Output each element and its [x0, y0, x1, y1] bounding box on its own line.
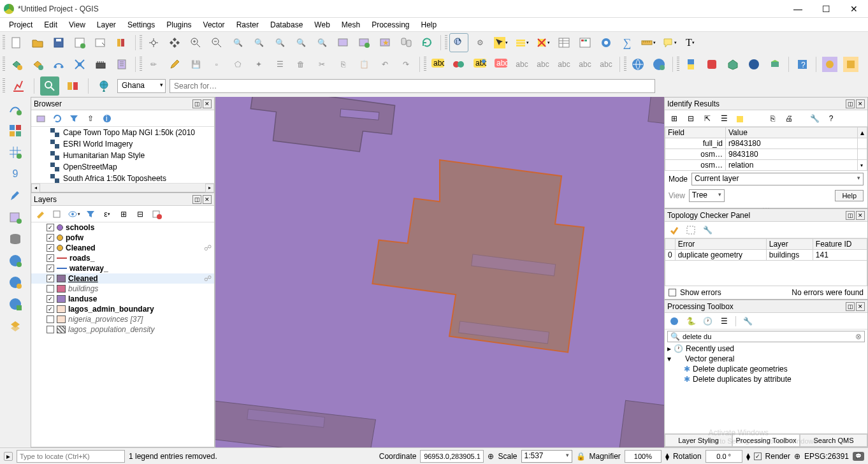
lock-icon[interactable]: 🔒 [576, 452, 586, 461]
toolbar-grip[interactable] [3, 35, 5, 50]
maximize-button[interactable]: ☐ [812, 0, 840, 18]
text-annotation-button[interactable]: T▾ [681, 33, 700, 52]
add-postgis-icon[interactable] [6, 229, 25, 249]
locator-input[interactable] [17, 450, 125, 463]
browser-tree[interactable]: Cape Town Topo Map NGI 1:50k (2010 ESRI … [31, 127, 214, 183]
save-project-button[interactable] [49, 33, 68, 52]
map-canvas[interactable] [215, 97, 664, 447]
plugin-chart-icon[interactable] [9, 76, 28, 96]
close-panel-button[interactable]: ✕ [856, 99, 865, 108]
open-attribute-table-button[interactable] [554, 33, 574, 52]
minimize-button[interactable]: — [784, 0, 812, 18]
plugin-c-button[interactable] [744, 55, 763, 74]
copy-feature-icon[interactable]: ⎘ [765, 112, 779, 126]
measure-line-button[interactable]: ▾ [639, 33, 658, 52]
layer-visibility-checkbox[interactable]: ✓ [47, 224, 54, 231]
toolbox-button[interactable] [597, 33, 616, 52]
remove-layer-icon[interactable] [150, 207, 164, 221]
zoom-in-button[interactable] [186, 33, 205, 52]
collapse-icon[interactable]: ▾ [667, 354, 671, 363]
show-errors-checkbox[interactable] [669, 289, 676, 296]
identify-settings-icon[interactable]: 🔧 [807, 112, 821, 126]
magnifier-input[interactable] [625, 450, 662, 463]
validate-all-icon[interactable] [667, 223, 681, 237]
show-bookmarks-button[interactable]: ★ [375, 33, 394, 52]
scale-dropdown[interactable]: 1:537 [521, 450, 572, 463]
layer-item[interactable]: ✓lagos_admin_boundary [31, 304, 214, 314]
plugin-f-button[interactable] [841, 55, 860, 74]
menu-edit[interactable]: Edit [40, 19, 61, 31]
new-bookmark-button[interactable] [354, 33, 373, 52]
layers-tree[interactable]: ✓schools ✓pofw✓Cleaned☍ ✓roads_ ✓waterwa… [31, 222, 214, 447]
vector-layer-button[interactable] [7, 55, 26, 74]
layer-visibility-checkbox[interactable]: ✓ [47, 305, 54, 313]
layer-item[interactable]: ✓Cleaned☍ [31, 243, 214, 253]
layer-visibility-checkbox[interactable]: ✓ [47, 254, 54, 262]
layer-visibility-checkbox[interactable]: ✓ [47, 295, 54, 303]
add-group-icon[interactable] [50, 207, 64, 221]
data-source-manager-icon[interactable] [6, 316, 25, 335]
menu-settings[interactable]: Settings [124, 19, 159, 31]
temporal-controller-button[interactable] [396, 33, 416, 52]
add-wms-icon[interactable] [6, 251, 25, 270]
collapse-all-icon[interactable]: ⊟ [133, 207, 147, 221]
render-checkbox[interactable]: ✓ [754, 453, 762, 460]
geocoder-search-input[interactable] [170, 79, 655, 93]
identify-results-table[interactable]: FieldValue▴ full_idr9843180 osm…9843180 … [665, 127, 867, 171]
crs-label[interactable]: EPSG:26391 [804, 452, 849, 461]
expand-tree-icon[interactable]: ⊞ [667, 112, 681, 126]
zoom-out-button[interactable] [207, 33, 226, 52]
close-button[interactable]: ✕ [840, 0, 868, 18]
layer-visibility-checkbox[interactable] [47, 285, 54, 293]
new-geopackage-button[interactable] [70, 55, 89, 74]
python-console-button[interactable] [681, 55, 700, 74]
help-button[interactable]: Help [835, 190, 864, 201]
processing-tree[interactable]: ▸🕐Recently used ▾Vector general ✱Delete … [665, 344, 867, 433]
add-wcs-icon[interactable] [6, 273, 25, 292]
zoom-to-layer-button[interactable]: 🔍 [270, 33, 289, 52]
select-by-value-button[interactable]: ▾ [512, 33, 532, 52]
processing-search-input[interactable]: 🔍 ⊗ [667, 331, 865, 342]
configure-icon[interactable]: 🔧 [700, 223, 714, 237]
properties-icon[interactable]: i [100, 112, 114, 126]
dock-button[interactable]: ◫ [192, 195, 201, 204]
edit-in-place-icon[interactable]: 🔧 [741, 314, 755, 328]
add-vector-layer-icon[interactable] [6, 99, 25, 119]
layer-visibility-checkbox[interactable]: ✓ [47, 275, 54, 282]
mode-dropdown[interactable]: Current layer [691, 173, 864, 185]
menu-raster[interactable]: Raster [233, 19, 263, 31]
pin-labels-button[interactable]: abc [491, 55, 510, 74]
add-delimited-text-icon[interactable]: 9 [6, 164, 25, 184]
field-calculator-button[interactable] [575, 33, 595, 52]
rotation-stepper[interactable]: ▴▾ [746, 453, 750, 460]
layer-visibility-checkbox[interactable]: ✓ [47, 244, 54, 252]
layer-item[interactable]: ✓pofw [31, 233, 214, 243]
layer-item[interactable]: ✓Cleaned☍ [31, 273, 214, 284]
refresh-icon[interactable] [50, 112, 64, 126]
toolbar-grip[interactable] [624, 57, 626, 72]
diagram-button[interactable] [449, 55, 468, 74]
close-panel-button[interactable]: ✕ [203, 195, 212, 204]
form-view-icon[interactable]: ☰ [717, 112, 731, 126]
new-map-view-button[interactable] [333, 33, 352, 52]
plugin-b-button[interactable] [723, 55, 742, 74]
filter-legend-icon[interactable] [83, 207, 98, 221]
deselect-all-button[interactable]: ▾ [533, 33, 553, 52]
menu-processing[interactable]: Processing [368, 19, 413, 31]
tab-layer-styling[interactable]: Layer Styling [665, 434, 732, 447]
menu-mesh[interactable]: Mesh [338, 19, 364, 31]
topology-errors-table[interactable]: ErrorLayerFeature ID 0duplicate geometry… [665, 238, 867, 261]
menu-plugins[interactable]: Plugins [163, 19, 195, 31]
zoom-to-selection-button[interactable]: 🔍 [249, 33, 268, 52]
clear-search-icon[interactable]: ⊗ [855, 332, 862, 341]
style-icon[interactable] [34, 207, 48, 221]
collapse-all-icon[interactable]: ⇧ [83, 112, 98, 126]
add-virtual-layer-icon[interactable] [6, 208, 25, 227]
toolbar-grip[interactable] [3, 78, 5, 94]
menu-database[interactable]: Database [266, 19, 307, 31]
new-shapefile-button[interactable] [49, 55, 68, 74]
python-icon[interactable]: 🐍 [684, 314, 698, 328]
rotation-input[interactable] [705, 450, 742, 463]
help-icon[interactable]: ? [824, 112, 838, 126]
geocoder-locale-dropdown[interactable]: Ghana▾ [117, 79, 166, 93]
